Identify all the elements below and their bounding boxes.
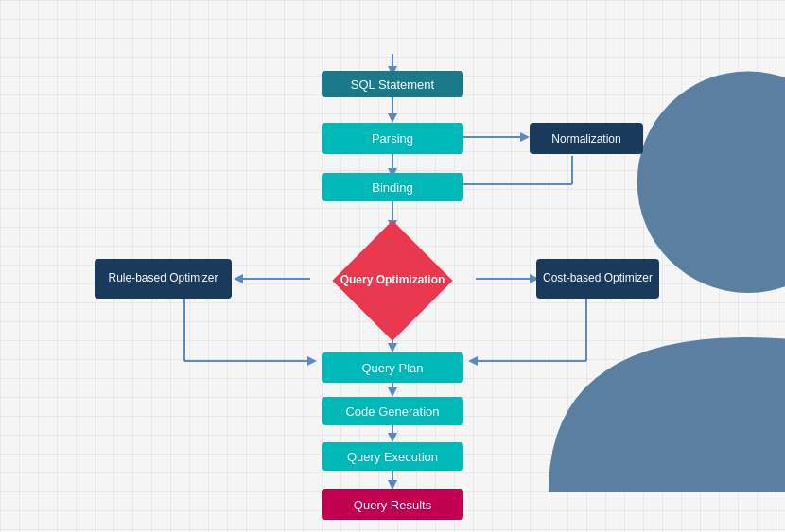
parsing-box: Parsing xyxy=(322,123,463,154)
query-results-box: Query Results xyxy=(322,489,463,520)
code-generation-box: Code Generation xyxy=(322,397,463,425)
svg-point-31 xyxy=(637,71,785,293)
cost-based-optimizer-box: Cost-based Optimizer xyxy=(536,259,659,299)
query-execution-box: Query Execution xyxy=(322,442,463,471)
rule-based-optimizer-box: Rule-based Optimizer xyxy=(95,259,232,299)
query-optimization-label: Query Optimization xyxy=(340,273,445,288)
query-plan-box: Query Plan xyxy=(322,352,463,383)
diagram-container: SQL Statement Parsing Normalization Bind… xyxy=(0,0,785,532)
user-icon xyxy=(356,5,403,52)
svg-marker-14 xyxy=(234,274,243,283)
query-optimization-diamond: Query Optimization xyxy=(336,230,449,332)
normalization-box: Normalization xyxy=(530,123,643,154)
sql-statement-box: SQL Statement xyxy=(322,71,463,97)
binding-box: Binding xyxy=(322,173,463,201)
svg-marker-19 xyxy=(307,356,317,366)
